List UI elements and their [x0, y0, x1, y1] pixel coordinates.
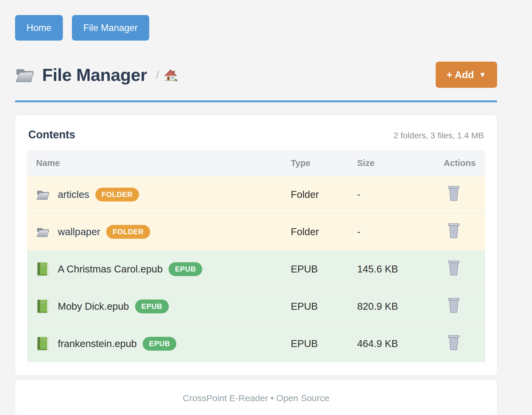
type-badge: EPUB — [143, 337, 176, 351]
type-cell: Folder — [282, 189, 348, 200]
home-icon[interactable] — [164, 68, 177, 81]
item-name[interactable]: articles — [58, 189, 89, 200]
table-row: frankenstein.epub EPUB EPUB 464.9 KB — [27, 325, 485, 362]
name-cell: frankenstein.epub EPUB — [27, 337, 282, 351]
contents-heading: Contents — [28, 128, 75, 141]
delete-button[interactable] — [447, 335, 461, 350]
type-cell: Folder — [282, 226, 348, 238]
size-cell: - — [348, 189, 435, 200]
add-button[interactable]: + Add ▼ — [436, 62, 497, 88]
size-cell: 145.6 KB — [348, 263, 435, 275]
top-nav: Home File Manager — [15, 15, 497, 41]
table-row: Moby Dick.epub EPUB EPUB 820.9 KB — [27, 287, 485, 325]
delete-button[interactable] — [447, 186, 461, 201]
breadcrumb-separator: / — [156, 69, 159, 81]
page-header: File Manager / + Add ▼ — [15, 62, 497, 88]
trash-icon — [447, 223, 461, 238]
type-badge: FOLDER — [106, 225, 150, 239]
table-row: wallpaper FOLDER Folder - — [27, 213, 485, 250]
file-manager-page: Home File Manager File Manager / + Add ▼… — [15, 0, 497, 415]
column-header-size: Size — [348, 158, 435, 168]
trash-icon — [447, 335, 461, 350]
folder-icon — [36, 225, 50, 239]
name-cell: Moby Dick.epub EPUB — [27, 299, 282, 314]
book-icon — [36, 262, 50, 276]
item-name: frankenstein.epub — [58, 338, 137, 349]
trash-icon — [447, 260, 461, 276]
book-icon — [36, 337, 50, 351]
type-cell: EPUB — [282, 301, 348, 312]
type-cell: EPUB — [282, 338, 348, 349]
contents-summary: 2 folders, 3 files, 1.4 MB — [394, 131, 484, 140]
table-row: articles FOLDER Folder - — [27, 176, 485, 213]
table-row: A Christmas Carol.epub EPUB EPUB 145.6 K… — [27, 250, 485, 287]
contents-card: Contents 2 folders, 3 files, 1.4 MB Name… — [15, 115, 497, 375]
name-cell: A Christmas Carol.epub EPUB — [27, 262, 282, 276]
nav-home-button[interactable]: Home — [15, 15, 63, 41]
add-button-label: + Add — [447, 70, 474, 80]
delete-button[interactable] — [447, 297, 461, 313]
type-cell: EPUB — [282, 263, 348, 275]
table-body: articles FOLDER Folder - wallpaper F — [27, 176, 485, 362]
size-cell: 464.9 KB — [348, 338, 435, 349]
item-name[interactable]: wallpaper — [58, 226, 100, 238]
column-header-actions: Actions — [435, 158, 485, 168]
footer: CrossPoint E-Reader • Open Source — [15, 380, 497, 415]
column-header-name: Name — [27, 158, 282, 168]
delete-button[interactable] — [447, 260, 461, 276]
type-badge: FOLDER — [95, 188, 139, 201]
column-header-type: Type — [282, 158, 348, 168]
book-icon — [36, 299, 50, 314]
page-title: File Manager — [42, 65, 147, 85]
folder-icon — [15, 66, 35, 84]
name-cell: wallpaper FOLDER — [27, 225, 282, 239]
item-name: A Christmas Carol.epub — [58, 263, 162, 275]
table-header: Name Type Size Actions — [27, 150, 485, 176]
footer-text: CrossPoint E-Reader • Open Source — [183, 393, 329, 403]
delete-button[interactable] — [447, 223, 461, 238]
type-badge: EPUB — [169, 262, 202, 276]
nav-file-manager-button[interactable]: File Manager — [72, 15, 149, 41]
name-cell: articles FOLDER — [27, 187, 282, 202]
size-cell: 820.9 KB — [348, 301, 435, 312]
item-name: Moby Dick.epub — [58, 301, 129, 312]
size-cell: - — [348, 226, 435, 238]
title-divider — [15, 100, 497, 102]
trash-icon — [447, 186, 461, 201]
type-badge: EPUB — [135, 300, 169, 313]
trash-icon — [447, 297, 461, 313]
folder-icon — [36, 187, 50, 202]
file-table: Name Type Size Actions articles FOLDER F… — [27, 150, 485, 362]
caret-down-icon: ▼ — [479, 71, 486, 78]
